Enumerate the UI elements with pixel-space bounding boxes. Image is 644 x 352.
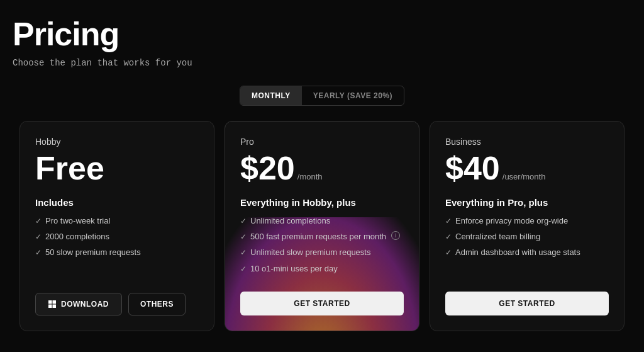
toggle-container: MONTHLY YEARLY (SAVE 20%) xyxy=(240,86,404,106)
hobby-download-button[interactable]: DOWNLOAD xyxy=(35,293,122,315)
check-icon: ✓ xyxy=(35,216,42,227)
yearly-toggle[interactable]: YEARLY (SAVE 20%) xyxy=(302,86,404,105)
check-icon: ✓ xyxy=(240,247,247,258)
list-item: ✓ 2000 completions xyxy=(35,231,199,242)
svg-rect-3 xyxy=(53,304,57,308)
billing-toggle: MONTHLY YEARLY (SAVE 20%) xyxy=(13,86,631,106)
hobby-features-list: ✓ Pro two-week trial ✓ 2000 completions … xyxy=(35,215,199,280)
pro-plan-price: $20 /month xyxy=(240,152,404,185)
check-icon: ✓ xyxy=(445,232,452,242)
check-icon: ✓ xyxy=(35,232,42,242)
business-plan-price: $40 /user/month xyxy=(445,152,609,185)
list-item: ✓ 50 slow premium requests xyxy=(35,247,199,258)
pro-plan-name: Pro xyxy=(240,137,404,147)
check-icon: ✓ xyxy=(35,247,42,258)
business-plan-name: Business xyxy=(445,137,609,147)
hobby-others-button[interactable]: OTHERS xyxy=(128,293,186,315)
check-icon: ✓ xyxy=(445,247,452,258)
list-item: ✓ Admin dashboard with usage stats xyxy=(445,247,609,258)
info-icon[interactable]: i xyxy=(391,231,400,240)
check-icon: ✓ xyxy=(240,216,247,227)
list-item: ✓ Enforce privacy mode org-wide xyxy=(445,215,609,227)
business-includes-label: Everything in Pro, plus xyxy=(445,197,609,208)
svg-rect-0 xyxy=(48,300,52,304)
pro-get-started-button[interactable]: GET STARTED xyxy=(240,292,404,315)
pro-plan-card: Pro $20 /month Everything in Hobby, plus… xyxy=(225,121,419,331)
check-icon: ✓ xyxy=(445,216,452,227)
monthly-toggle[interactable]: MONTHLY xyxy=(240,86,302,105)
list-item: ✓ 10 o1-mini uses per day xyxy=(240,263,404,275)
pro-features-list: ✓ Unlimited completions ✓ 500 fast premi… xyxy=(240,215,404,279)
hobby-plan-name: Hobby xyxy=(35,137,199,147)
svg-rect-2 xyxy=(48,304,52,308)
business-plan-card: Business $40 /user/month Everything in P… xyxy=(430,121,625,331)
list-item: ✓ Pro two-week trial xyxy=(35,215,199,227)
check-icon: ✓ xyxy=(240,232,247,242)
svg-rect-1 xyxy=(53,300,57,304)
check-icon: ✓ xyxy=(240,264,247,275)
list-item: ✓ Unlimited completions xyxy=(240,215,404,227)
list-item: ✓ Centralized team billing xyxy=(445,231,609,242)
page-subtitle: Choose the plan that works for you xyxy=(13,58,631,68)
hobby-plan-price: Free xyxy=(35,152,199,185)
plans-container: Hobby Free Includes ✓ Pro two-week trial… xyxy=(13,121,631,331)
list-item: ✓ Unlimited slow premium requests xyxy=(240,247,404,258)
windows-icon xyxy=(48,300,56,308)
business-get-started-button[interactable]: GET STARTED xyxy=(445,292,609,315)
business-features-list: ✓ Enforce privacy mode org-wide ✓ Centra… xyxy=(445,215,609,279)
pro-includes-label: Everything in Hobby, plus xyxy=(240,197,404,208)
hobby-plan-card: Hobby Free Includes ✓ Pro two-week trial… xyxy=(19,121,214,331)
hobby-btn-row: DOWNLOAD OTHERS xyxy=(35,293,199,315)
hobby-includes-label: Includes xyxy=(35,197,199,208)
list-item: ✓ 500 fast premium requests per month i xyxy=(240,231,404,242)
page-title: Pricing xyxy=(13,15,631,53)
